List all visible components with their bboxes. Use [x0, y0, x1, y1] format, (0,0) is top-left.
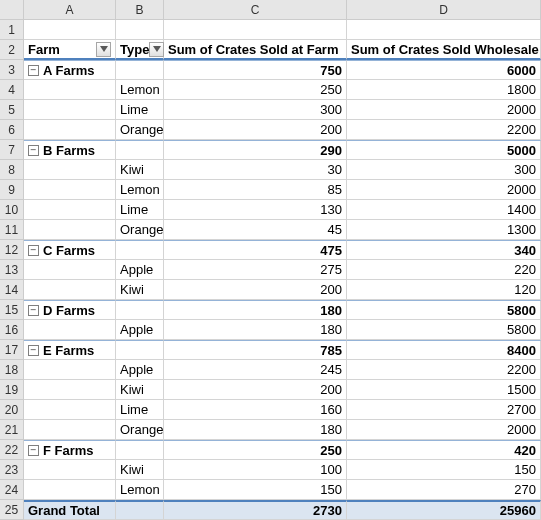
filter-dropdown-farm[interactable] [96, 42, 111, 57]
collapse-toggle[interactable]: − [28, 345, 39, 356]
empty-cell[interactable] [24, 320, 116, 340]
type-cell[interactable]: Orange [116, 420, 164, 440]
value-crates-wholesale[interactable]: 1300 [347, 220, 541, 240]
empty-cell[interactable] [24, 100, 116, 120]
value-crates-wholesale[interactable]: 300 [347, 160, 541, 180]
farm-sum-crates-wholesale[interactable]: 420 [347, 440, 541, 460]
row-header-18[interactable]: 18 [0, 360, 24, 380]
type-cell[interactable]: Orange [116, 220, 164, 240]
collapse-toggle[interactable]: − [28, 145, 39, 156]
value-crates-wholesale[interactable]: 1400 [347, 200, 541, 220]
value-crates-wholesale[interactable]: 1500 [347, 380, 541, 400]
row-header-3[interactable]: 3 [0, 60, 24, 80]
value-crates-farm[interactable]: 200 [164, 280, 347, 300]
row-header-21[interactable]: 21 [0, 420, 24, 440]
row-header-20[interactable]: 20 [0, 400, 24, 420]
empty-cell[interactable] [24, 200, 116, 220]
empty-cell[interactable] [24, 160, 116, 180]
farm-sum-crates-wholesale[interactable]: 5800 [347, 300, 541, 320]
collapse-toggle[interactable]: − [28, 445, 39, 456]
pivot-header-farm[interactable]: Farm [24, 40, 116, 60]
collapse-toggle[interactable]: − [28, 65, 39, 76]
empty-cell[interactable] [24, 280, 116, 300]
empty-cell[interactable] [24, 20, 116, 40]
farm-sum-crates-wholesale[interactable]: 340 [347, 240, 541, 260]
value-crates-farm[interactable]: 245 [164, 360, 347, 380]
type-cell[interactable]: Kiwi [116, 160, 164, 180]
type-cell[interactable]: Lemon [116, 180, 164, 200]
row-header-7[interactable]: 7 [0, 140, 24, 160]
type-cell[interactable]: Lime [116, 400, 164, 420]
empty-cell[interactable] [24, 120, 116, 140]
value-crates-wholesale[interactable]: 5800 [347, 320, 541, 340]
grand-total-label[interactable]: Grand Total [24, 500, 116, 520]
collapse-toggle[interactable]: − [28, 305, 39, 316]
farm-group-cell[interactable]: −A Farms [24, 60, 116, 80]
farm-sum-crates-wholesale[interactable]: 8400 [347, 340, 541, 360]
value-crates-farm[interactable]: 160 [164, 400, 347, 420]
value-crates-wholesale[interactable]: 2200 [347, 120, 541, 140]
grand-total-crates-farm[interactable]: 2730 [164, 500, 347, 520]
empty-cell[interactable] [24, 180, 116, 200]
row-header-9[interactable]: 9 [0, 180, 24, 200]
value-crates-wholesale[interactable]: 120 [347, 280, 541, 300]
empty-cell[interactable] [116, 300, 164, 320]
farm-sum-crates-farm[interactable]: 290 [164, 140, 347, 160]
value-crates-farm[interactable]: 85 [164, 180, 347, 200]
spreadsheet-grid[interactable]: ABCD12FarmTypeSum of Crates Sold at Farm… [0, 0, 541, 520]
pivot-header-sum-wholesale[interactable]: Sum of Crates Sold Wholesale [347, 40, 541, 60]
value-crates-farm[interactable]: 250 [164, 80, 347, 100]
column-header-B[interactable]: B [116, 0, 164, 20]
row-header-12[interactable]: 12 [0, 240, 24, 260]
value-crates-farm[interactable]: 180 [164, 420, 347, 440]
farm-sum-crates-farm[interactable]: 475 [164, 240, 347, 260]
value-crates-farm[interactable]: 130 [164, 200, 347, 220]
farm-sum-crates-farm[interactable]: 785 [164, 340, 347, 360]
value-crates-farm[interactable]: 100 [164, 460, 347, 480]
column-header-C[interactable]: C [164, 0, 347, 20]
row-header-1[interactable]: 1 [0, 20, 24, 40]
value-crates-farm[interactable]: 275 [164, 260, 347, 280]
row-header-2[interactable]: 2 [0, 40, 24, 60]
value-crates-farm[interactable]: 200 [164, 120, 347, 140]
value-crates-wholesale[interactable]: 2700 [347, 400, 541, 420]
row-header-25[interactable]: 25 [0, 500, 24, 520]
column-header-D[interactable]: D [347, 0, 541, 20]
row-header-11[interactable]: 11 [0, 220, 24, 240]
empty-cell[interactable] [24, 460, 116, 480]
farm-group-cell[interactable]: −D Farms [24, 300, 116, 320]
empty-cell[interactable] [24, 400, 116, 420]
value-crates-farm[interactable]: 45 [164, 220, 347, 240]
type-cell[interactable]: Lime [116, 100, 164, 120]
row-header-23[interactable]: 23 [0, 460, 24, 480]
row-header-22[interactable]: 22 [0, 440, 24, 460]
farm-sum-crates-farm[interactable]: 250 [164, 440, 347, 460]
value-crates-farm[interactable]: 150 [164, 480, 347, 500]
grand-total-empty[interactable] [116, 500, 164, 520]
grand-total-crates-wholesale[interactable]: 25960 [347, 500, 541, 520]
row-header-8[interactable]: 8 [0, 160, 24, 180]
value-crates-wholesale[interactable]: 220 [347, 260, 541, 280]
empty-cell[interactable] [24, 420, 116, 440]
empty-cell[interactable] [24, 480, 116, 500]
empty-cell[interactable] [24, 260, 116, 280]
empty-cell[interactable] [24, 220, 116, 240]
farm-sum-crates-wholesale[interactable]: 5000 [347, 140, 541, 160]
filter-dropdown-type[interactable] [149, 42, 164, 57]
value-crates-wholesale[interactable]: 150 [347, 460, 541, 480]
row-header-17[interactable]: 17 [0, 340, 24, 360]
row-header-10[interactable]: 10 [0, 200, 24, 220]
empty-cell[interactable] [116, 140, 164, 160]
empty-cell[interactable] [24, 80, 116, 100]
farm-group-cell[interactable]: −E Farms [24, 340, 116, 360]
row-header-24[interactable]: 24 [0, 480, 24, 500]
pivot-header-sum-farm[interactable]: Sum of Crates Sold at Farm [164, 40, 347, 60]
empty-cell[interactable] [24, 360, 116, 380]
pivot-header-type[interactable]: Type [116, 40, 164, 60]
farm-group-cell[interactable]: −B Farms [24, 140, 116, 160]
value-crates-wholesale[interactable]: 2000 [347, 180, 541, 200]
row-header-13[interactable]: 13 [0, 260, 24, 280]
value-crates-farm[interactable]: 200 [164, 380, 347, 400]
value-crates-farm[interactable]: 180 [164, 320, 347, 340]
empty-cell[interactable] [116, 240, 164, 260]
